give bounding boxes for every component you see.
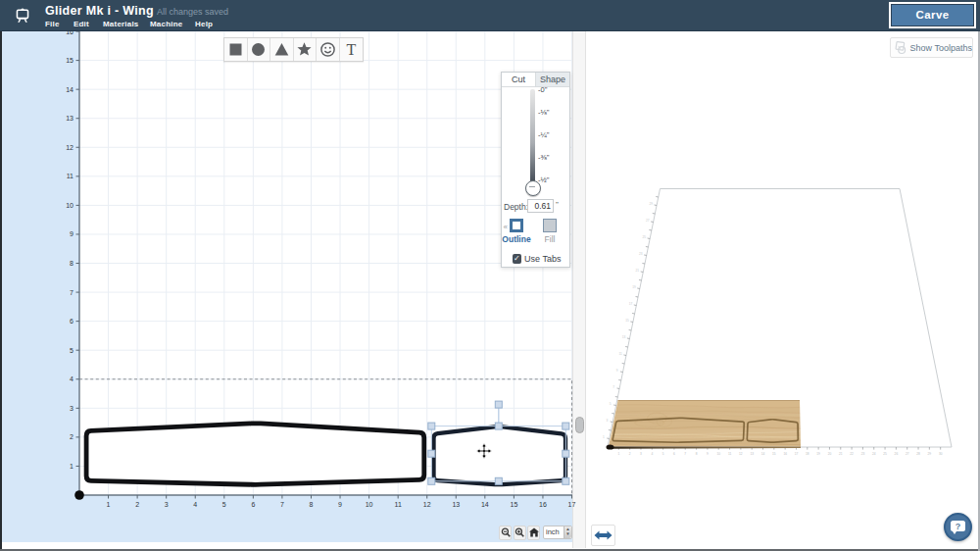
- smiley-icon: [318, 39, 338, 60]
- depth-label: Depth:: [504, 202, 528, 212]
- handle-mid-right[interactable]: [563, 450, 569, 457]
- unit-stepper-icon[interactable]: ▲▼: [564, 526, 571, 538]
- handle-bottom-left[interactable]: [428, 477, 435, 484]
- svg-text:7: 7: [280, 501, 284, 508]
- svg-text:4: 4: [70, 376, 74, 382]
- svg-text:9: 9: [338, 501, 342, 508]
- svg-text:29: 29: [649, 202, 653, 206]
- show-toolpaths-button[interactable]: Show Toolpaths: [890, 37, 973, 58]
- slider-tick-label: -¼": [538, 130, 549, 139]
- vertical-scrollbar-thumb[interactable]: [575, 417, 584, 433]
- svg-text:1: 1: [70, 463, 74, 470]
- svg-text:2: 2: [70, 433, 74, 440]
- origin-marker[interactable]: [74, 490, 84, 500]
- svg-text:1: 1: [107, 501, 111, 508]
- carve-button[interactable]: Carve: [889, 2, 976, 28]
- triangle-tool-button[interactable]: [270, 38, 294, 61]
- svg-text:7: 7: [70, 289, 74, 296]
- menu-materials[interactable]: Materials: [103, 20, 138, 28]
- handle-mid-left[interactable]: [428, 450, 435, 457]
- svg-text:29: 29: [928, 452, 932, 456]
- menu-help[interactable]: Help: [195, 20, 213, 28]
- svg-text:27: 27: [906, 452, 909, 456]
- svg-text:6: 6: [70, 318, 74, 325]
- panel-resize-handle[interactable]: [591, 525, 615, 546]
- material-boundary-dashed: [79, 379, 572, 495]
- svg-text:16: 16: [66, 31, 74, 35]
- svg-text:10: 10: [366, 501, 373, 508]
- fill-option[interactable]: Fill: [535, 219, 564, 244]
- rotation-handle[interactable]: [495, 401, 502, 408]
- outline-option[interactable]: Outline: [502, 219, 531, 244]
- svg-text:7: 7: [612, 385, 614, 389]
- help-button[interactable]: ?: [944, 513, 972, 541]
- text-tool-button[interactable]: T: [340, 38, 364, 61]
- handle-top-center[interactable]: [495, 423, 502, 429]
- svg-text:13: 13: [750, 452, 754, 456]
- svg-text:11: 11: [67, 173, 74, 179]
- svg-text:23: 23: [639, 252, 643, 256]
- triangle-icon: [271, 39, 292, 60]
- svg-text:9: 9: [70, 230, 74, 237]
- show-toolpaths-label: Show Toolpaths: [910, 43, 972, 53]
- right-wing-shape[interactable]: [434, 426, 565, 484]
- star-icon: [294, 39, 315, 60]
- help-question-mark: ?: [951, 522, 965, 531]
- depth-slider-track[interactable]: [530, 89, 535, 187]
- design-canvas[interactable]: 1234567891011121314151617123456789101112…: [0, 31, 586, 542]
- svg-text:6: 6: [673, 452, 675, 456]
- handle-bottom-right[interactable]: [563, 477, 569, 484]
- svg-text:2: 2: [135, 501, 139, 508]
- svg-text:20: 20: [828, 452, 832, 456]
- svg-text:6: 6: [251, 501, 255, 508]
- handle-top-right[interactable]: [563, 423, 569, 429]
- zoom-out-button[interactable]: [499, 526, 512, 540]
- svg-text:22: 22: [850, 452, 854, 456]
- depth-input[interactable]: 0.61: [527, 199, 554, 213]
- svg-text:15: 15: [772, 452, 776, 456]
- slider-tick-label: -⅜": [538, 153, 549, 162]
- left-wing-shape[interactable]: [86, 424, 424, 484]
- svg-text:18: 18: [806, 452, 809, 456]
- svg-text:27: 27: [646, 219, 650, 223]
- menu-file[interactable]: File: [45, 20, 60, 28]
- svg-text:9: 9: [616, 369, 618, 373]
- selection-bbox: [431, 426, 565, 481]
- zoom-in-button[interactable]: [514, 526, 526, 540]
- use-tabs-checkbox[interactable]: ✓: [513, 254, 522, 264]
- svg-text:26: 26: [895, 452, 899, 456]
- zoom-out-icon: [501, 527, 511, 537]
- menu-edit[interactable]: Edit: [74, 20, 89, 28]
- tab-cut[interactable]: Cut: [502, 73, 535, 86]
- handle-bottom-center[interactable]: [495, 477, 502, 484]
- svg-text:17: 17: [629, 302, 633, 306]
- fill-label: Fill: [535, 234, 564, 244]
- home-button[interactable]: [527, 526, 540, 540]
- svg-text:11: 11: [728, 452, 732, 456]
- outside-material-background: [0, 31, 572, 542]
- svg-text:15: 15: [625, 319, 629, 323]
- circle-tool-button[interactable]: [248, 38, 271, 61]
- svg-text:19: 19: [632, 285, 636, 289]
- vertical-scrollbar[interactable]: [572, 31, 586, 548]
- text-icon: T: [341, 39, 362, 60]
- cut-shape-tabs: CutShape: [502, 73, 569, 87]
- svg-text:2: 2: [629, 452, 631, 456]
- menu-machine[interactable]: Machine: [150, 20, 182, 28]
- star-tool-button[interactable]: [294, 38, 318, 61]
- svg-text:4: 4: [651, 452, 653, 456]
- svg-text:23: 23: [861, 452, 865, 456]
- preview-3d-view[interactable]: 1234567891011121314151617181920212223242…: [586, 31, 978, 548]
- project-title[interactable]: Glider Mk i - Wing: [45, 4, 154, 18]
- svg-text:13: 13: [622, 335, 626, 339]
- handle-top-left[interactable]: [428, 423, 435, 429]
- svg-text:5: 5: [662, 452, 664, 456]
- unit-dropdown[interactable]: inch ▲▼: [543, 526, 572, 539]
- app-header: Glider Mk i - Wing All changes saved Fil…: [0, 0, 980, 31]
- grid-lines: [79, 31, 572, 495]
- smiley-tool-button[interactable]: [317, 38, 340, 61]
- shape-toolbar: T: [223, 37, 364, 62]
- use-tabs-control[interactable]: ✓ Use Tabs: [513, 254, 562, 264]
- easel-logo-icon[interactable]: [15, 7, 30, 24]
- square-tool-button[interactable]: [224, 38, 248, 61]
